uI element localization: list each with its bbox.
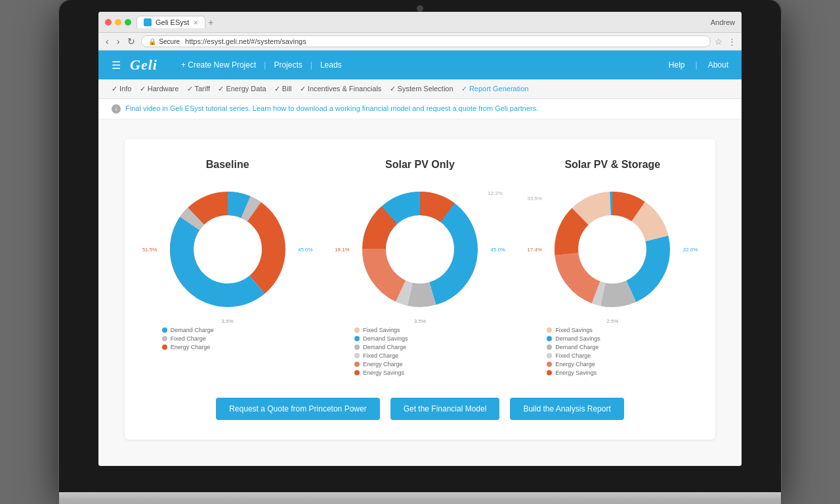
user-label: Andrew [711,18,735,26]
svg-point-17 [579,217,645,282]
app-logo: Geli [130,56,158,74]
solar-storage-demand-charge-dot [547,345,552,350]
solar-pv-label-right: 45.0% [490,247,505,253]
tab-close-icon[interactable]: ✕ [193,19,198,26]
baseline-demand-dot [162,327,167,333]
screen-bezel: Geli ESyst ✕ + Andrew ‹ › ↻ 🔒 Secure htt… [59,0,781,492]
create-project-link[interactable]: + Create New Project [173,60,264,70]
forward-button[interactable]: › [115,36,122,47]
browser-titlebar: Geli ESyst ✕ + Andrew [98,12,742,33]
crumb-incentives: ✓ Incentives & Financials [300,85,382,93]
back-button[interactable]: ‹ [104,36,111,47]
close-dot[interactable] [105,19,112,26]
solar-storage-label-bottom: 2.5% [606,318,618,324]
leads-link[interactable]: Leads [312,60,350,70]
svg-point-3 [195,217,261,282]
crumb-hardware: ✓ Hardware [140,85,179,93]
solar-pv-demand-savings-label: Demand Savings [363,335,408,342]
analysis-report-button[interactable]: Build the Analysis Report [510,398,623,420]
baseline-demand-label: Demand Charge [171,327,214,333]
info-banner: i Final video in Geli ESyst tutorial ser… [98,99,742,119]
action-buttons-row: Request a Quote from Princeton Power Get… [138,398,702,420]
baseline-legend-energy: Energy Charge [162,344,293,350]
solar-storage-label-left: 17.4% [527,247,542,253]
info-text[interactable]: Final video in Geli ESyst tutorial serie… [125,104,538,112]
solar-storage-label-top-left: 33.9% [527,196,542,201]
tab-favicon [144,18,152,26]
solar-storage-demand-savings-label: Demand Savings [555,335,600,342]
solar-pv-label-bottom: 3.5% [414,318,426,324]
baseline-legend-demand: Demand Charge [162,327,293,333]
address-bar[interactable]: 🔒 Secure https://esyst.geli.net/#/system… [141,35,711,47]
about-link[interactable]: About [708,60,728,70]
solar-storage-fixed-savings-dot [547,327,552,333]
baseline-label-left: 51.5% [142,247,158,253]
browser-tab-active[interactable]: Geli ESyst ✕ [136,16,205,28]
help-link[interactable]: Help [669,60,685,70]
baseline-label-bottom: 3.5% [222,318,234,324]
solar-pv-energy-savings-dot [354,370,360,375]
browser-nav-icons: ☆ ⋮ [715,37,736,47]
maximize-dot[interactable] [125,19,131,26]
solar-pv-demand-charge-label: Demand Charge [363,344,406,350]
breadcrumb: ✓ Info ✓ Hardware ✓ Tariff ✓ Energy Data… [98,79,742,99]
solar-pv-legend-energy-savings: Energy Savings [354,369,486,376]
crumb-tariff: ✓ Tariff [187,85,211,93]
menu-icon[interactable]: ⋮ [728,37,736,47]
financial-model-button[interactable]: Get the Financial Model [390,398,500,420]
info-icon: i [112,104,121,114]
nav-separator-3: | [696,60,698,70]
laptop-base [59,492,781,504]
solar-pv-fixed-savings-label: Fixed Savings [363,327,400,333]
solar-pv-legend-demand-savings: Demand Savings [354,335,486,342]
main-content: Baseline 51.5% 45.0% 3.5% [98,119,742,466]
baseline-fixed-dot [162,336,167,341]
solar-pv-energy-charge-label: Energy Charge [363,361,403,368]
solar-pv-fixed-charge-label: Fixed Charge [363,352,398,359]
tab-label: Geli ESyst [156,18,189,26]
solar-storage-energy-savings-label: Energy Savings [555,369,597,376]
solar-pv-energy-charge-dot [354,362,360,367]
charts-container: Baseline 51.5% 45.0% 3.5% [125,139,715,440]
solar-pv-legend: Fixed Savings Demand Savings Demand Char… [354,327,486,378]
baseline-donut-svg [162,184,293,315]
secure-label: Secure [159,38,180,45]
baseline-fixed-label: Fixed Charge [171,335,206,342]
crumb-info: ✓ Info [112,85,131,93]
crumb-system-selection: ✓ System Selection [390,85,453,93]
nav-links: + Create New Project | Projects | Leads [173,60,669,70]
solar-storage-legend-energy-savings: Energy Savings [547,369,678,376]
crumb-report-generation[interactable]: ✓ Report Generation [461,85,529,93]
hamburger-icon[interactable]: ☰ [112,59,121,72]
solar-storage-chart-section: Solar PV & Storage 33.9% 22.0% 17.4% 2.5… [523,159,702,378]
star-icon[interactable]: ☆ [715,37,723,47]
solar-pv-legend-energy-charge: Energy Charge [354,361,486,368]
new-tab-icon[interactable]: + [208,17,213,28]
solar-storage-fixed-savings-label: Fixed Savings [555,327,593,333]
nav-right: Help | About [669,60,728,70]
minimize-dot[interactable] [115,19,121,26]
solar-storage-legend-energy-charge: Energy Charge [547,361,678,368]
solar-storage-energy-savings-dot [547,370,552,375]
baseline-chart-section: Baseline 51.5% 45.0% 3.5% [138,159,317,352]
laptop-frame: Geli ESyst ✕ + Andrew ‹ › ↻ 🔒 Secure htt… [59,0,781,504]
solar-pv-legend-demand-charge: Demand Charge [354,344,486,350]
solar-pv-legend-fixed-savings: Fixed Savings [354,327,486,333]
solar-pv-donut-svg [354,184,486,315]
solar-pv-legend-fixed-charge: Fixed Charge [354,352,486,359]
projects-link[interactable]: Projects [266,60,310,70]
baseline-chart-title: Baseline [206,159,249,171]
solar-storage-legend-fixed-savings: Fixed Savings [547,327,678,333]
refresh-button[interactable]: ↻ [125,36,137,47]
browser-dots [105,19,131,26]
solar-storage-fixed-charge-dot [547,353,552,358]
solar-storage-legend: Fixed Savings Demand Savings Demand Char… [547,327,678,378]
browser-nav: ‹ › ↻ 🔒 Secure https://esyst.geli.net/#/… [98,33,742,51]
baseline-legend-fixed: Fixed Charge [162,335,293,342]
baseline-legend: Demand Charge Fixed Charge Energy Charge [162,327,293,352]
svg-point-10 [387,217,453,282]
solar-storage-legend-demand-savings: Demand Savings [547,335,678,342]
request-quote-button[interactable]: Request a Quote from Princeton Power [216,398,379,420]
crumb-energy-data: ✓ Energy Data [218,85,266,93]
crumb-bill: ✓ Bill [274,85,292,93]
